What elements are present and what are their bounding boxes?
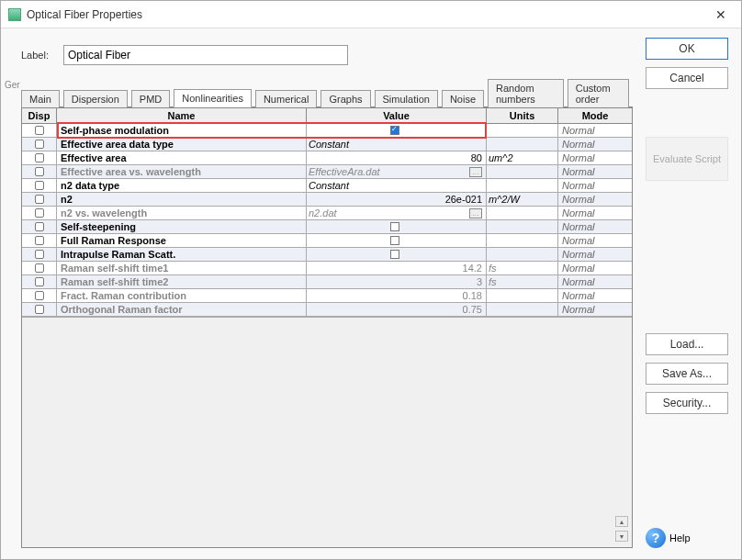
save-as-button[interactable]: Save As... [646, 363, 728, 385]
param-value[interactable] [307, 234, 487, 247]
param-value[interactable]: Constant [307, 179, 487, 192]
scroll-down-icon[interactable]: ▼ [615, 531, 628, 542]
param-value[interactable] [307, 248, 487, 261]
param-value[interactable]: Constant [307, 138, 487, 151]
disp-checkbox[interactable] [22, 151, 57, 164]
tab-numerical[interactable]: Numerical [255, 90, 318, 107]
disp-checkbox[interactable] [22, 234, 57, 247]
table-row[interactable]: n2 vs. wavelengthn2.dat…Normal [22, 207, 632, 220]
param-value[interactable]: 14.2 [307, 262, 487, 274]
param-mode[interactable]: Normal [558, 124, 632, 137]
tab-custom-order[interactable]: Custom order [568, 79, 629, 107]
table-row[interactable]: Fract. Raman contribution0.18Normal [22, 289, 632, 303]
browse-button[interactable]: … [469, 208, 482, 218]
value-checkbox[interactable] [390, 126, 399, 135]
param-mode[interactable]: Normal [558, 262, 632, 274]
param-value[interactable]: EffectiveAra.dat… [307, 165, 487, 178]
param-mode[interactable]: Normal [558, 151, 632, 164]
table-row[interactable]: Raman self-shift time23fsNormal [22, 275, 632, 289]
tab-graphs[interactable]: Graphs [320, 90, 370, 107]
tab-pmd[interactable]: PMD [131, 90, 170, 107]
param-units [487, 138, 558, 151]
table-row[interactable]: Effective area80um^2Normal [22, 151, 632, 165]
param-name: Effective area data type [57, 138, 307, 151]
browse-button[interactable]: … [469, 167, 482, 177]
param-mode[interactable]: Normal [558, 193, 632, 206]
param-mode[interactable]: Normal [558, 220, 632, 233]
disp-checkbox[interactable] [22, 220, 57, 233]
param-units [487, 207, 558, 219]
cancel-button[interactable]: Cancel [646, 67, 728, 89]
table-row[interactable]: Effective area vs. wavelengthEffectiveAr… [22, 165, 632, 179]
param-mode[interactable]: Normal [558, 289, 632, 302]
table-row[interactable]: Self-phase modulationNormal [22, 124, 632, 138]
grid-rows: Self-phase modulationNormalEffective are… [22, 124, 632, 317]
table-row[interactable]: Self-steepeningNormal [22, 220, 632, 234]
table-row[interactable]: Orthogonal Raman factor0.75Normal [22, 303, 632, 317]
param-name: n2 data type [57, 179, 307, 192]
col-name: Name [57, 108, 307, 123]
scroll-up-icon[interactable]: ▲ [615, 516, 628, 527]
close-icon[interactable]: ✕ [708, 5, 734, 25]
param-mode[interactable]: Normal [558, 248, 632, 261]
table-row[interactable]: Intrapulse Raman Scatt.Normal [22, 248, 632, 262]
param-mode[interactable]: Normal [558, 165, 632, 178]
param-value[interactable]: n2.dat… [307, 207, 487, 219]
param-value[interactable]: 26e-021 [307, 193, 487, 206]
param-mode[interactable]: Normal [558, 207, 632, 219]
param-value[interactable]: 0.18 [307, 289, 487, 302]
disp-checkbox[interactable] [22, 193, 57, 206]
tab-noise[interactable]: Noise [442, 90, 484, 107]
disp-checkbox[interactable] [22, 262, 57, 274]
value-checkbox[interactable] [390, 222, 399, 231]
param-mode[interactable]: Normal [558, 234, 632, 247]
param-value[interactable]: 80 [307, 151, 487, 164]
param-units [487, 179, 558, 192]
value-checkbox[interactable] [390, 250, 399, 259]
tab-dispersion[interactable]: Dispersion [63, 90, 128, 107]
tab-simulation[interactable]: Simulation [375, 90, 438, 107]
param-mode[interactable]: Normal [558, 138, 632, 151]
table-row[interactable]: Full Raman ResponseNormal [22, 234, 632, 248]
load-button[interactable]: Load... [646, 333, 728, 355]
label-input[interactable] [63, 45, 348, 65]
spacer [646, 190, 728, 333]
param-value[interactable]: 3 [307, 275, 487, 288]
param-value[interactable]: 0.75 [307, 303, 487, 316]
disp-checkbox[interactable] [22, 179, 57, 192]
param-mode[interactable]: Normal [558, 303, 632, 316]
param-units: um^2 [487, 151, 558, 164]
param-value[interactable] [307, 220, 487, 233]
dialog-window: Optical Fiber Properties ✕ Ger Label: Ma… [0, 0, 742, 560]
disp-checkbox[interactable] [22, 248, 57, 261]
param-name: Full Raman Response [57, 234, 307, 247]
label-row: Label: [21, 45, 633, 65]
evaluate-script-button[interactable]: Evaluate Script [646, 137, 728, 181]
button-panel: OK Cancel Evaluate Script Load... Save A… [646, 38, 728, 548]
help-row[interactable]: ? Help [646, 528, 728, 548]
disp-checkbox[interactable] [22, 165, 57, 178]
value-checkbox[interactable] [390, 236, 399, 245]
tab-random-numbers[interactable]: Random numbers [488, 79, 564, 107]
table-row[interactable]: Raman self-shift time114.2fsNormal [22, 262, 632, 275]
disp-checkbox[interactable] [22, 289, 57, 302]
param-mode[interactable]: Normal [558, 179, 632, 192]
disp-checkbox[interactable] [22, 124, 57, 137]
table-row[interactable]: n2 data typeConstantNormal [22, 179, 632, 193]
ok-button[interactable]: OK [646, 38, 728, 60]
dialog-body: Ger Label: MainDispersionPMDNonlineariti… [1, 28, 741, 559]
tab-main[interactable]: Main [21, 90, 60, 107]
table-row[interactable]: n226e-021m^2/WNormal [22, 193, 632, 207]
disp-checkbox[interactable] [22, 138, 57, 151]
disp-checkbox[interactable] [22, 303, 57, 316]
security-button[interactable]: Security... [646, 392, 728, 414]
param-value[interactable] [307, 124, 487, 137]
tab-nonlinearities[interactable]: Nonlinearities [174, 89, 252, 107]
param-mode[interactable]: Normal [558, 275, 632, 288]
disp-checkbox[interactable] [22, 207, 57, 219]
param-units: fs [487, 262, 558, 274]
disp-checkbox[interactable] [22, 275, 57, 288]
param-name: Fract. Raman contribution [57, 289, 307, 302]
table-row[interactable]: Effective area data typeConstantNormal [22, 138, 632, 151]
param-units: fs [487, 275, 558, 288]
